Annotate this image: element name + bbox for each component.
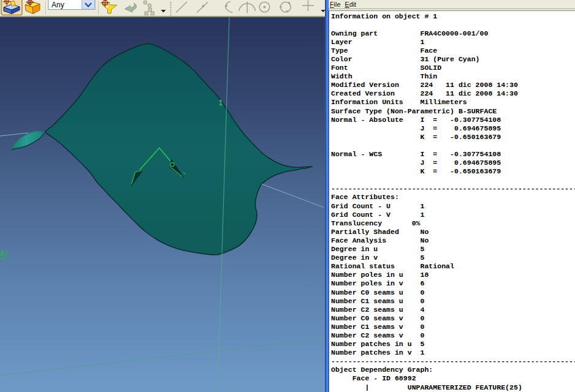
svg-text:1: 1 <box>219 99 223 107</box>
svg-text:Any: Any <box>51 1 64 9</box>
